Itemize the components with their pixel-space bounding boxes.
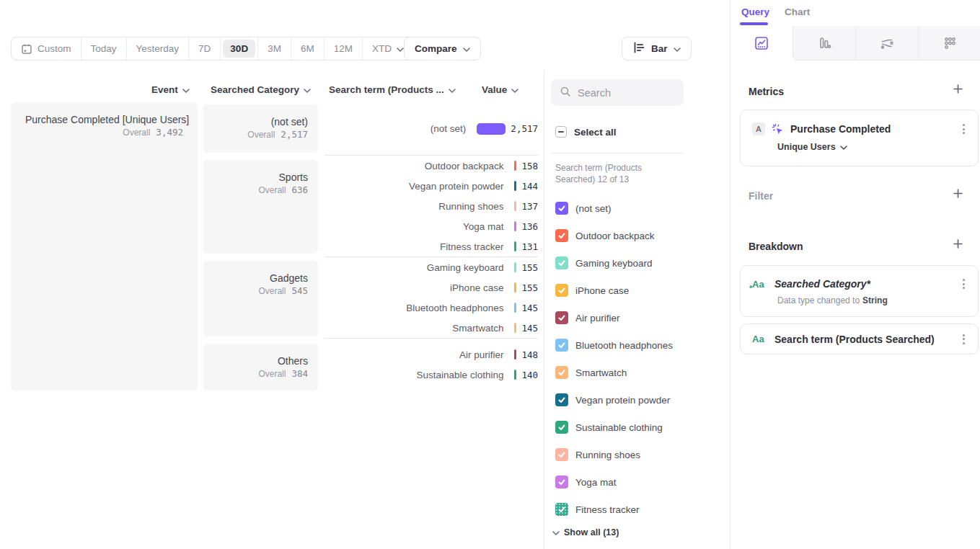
legend-item[interactable]: (not set) — [551, 195, 728, 222]
event-spark-icon — [772, 123, 784, 135]
legend-item[interactable]: Gaming keyboard — [551, 249, 728, 277]
flows-icon — [879, 35, 895, 51]
add-filter-button[interactable] — [950, 187, 966, 202]
category-cell[interactable]: OthersOverall384 — [203, 344, 318, 390]
show-all-button[interactable]: Show all (13) — [552, 527, 619, 537]
term-row[interactable]: Running shoes137 — [325, 196, 538, 216]
event-cell[interactable]: Purchase Completed [Unique Users] Overal… — [11, 102, 198, 390]
legend-item[interactable]: iPhone case — [551, 277, 728, 304]
term-value: 2,517 — [511, 123, 538, 134]
legend-item[interactable]: Air purifier — [551, 304, 728, 331]
term-value: 144 — [521, 181, 538, 192]
term-row[interactable]: Sustainable clothing140 — [325, 365, 538, 385]
breakdown-card-search-term[interactable]: Aa Search term (Products Searched) — [740, 323, 979, 354]
category-cell[interactable]: SportsOverall636 — [203, 160, 318, 254]
legend-item[interactable]: Yoga mat — [551, 468, 728, 496]
checkbox-indeterminate[interactable] — [555, 126, 567, 138]
select-all-control[interactable]: Select all — [555, 126, 617, 138]
search-icon — [560, 86, 571, 100]
date-range-6m[interactable]: 6M — [291, 37, 324, 60]
term-row[interactable]: iPhone case155 — [325, 277, 538, 298]
metric-card[interactable]: A Purchase Completed Unique Users — [740, 110, 979, 166]
column-header-event[interactable]: Event — [151, 84, 190, 95]
date-range-yesterday[interactable]: Yesterday — [126, 37, 189, 60]
chevron-down-icon — [674, 43, 681, 54]
legend-item[interactable]: Outdoor backpack — [551, 222, 728, 249]
active-tab-underline — [740, 22, 768, 25]
term-row[interactable]: Bluetooth headphones145 — [325, 298, 538, 318]
overall-label: Overall — [258, 286, 286, 296]
term-row[interactable]: (not set)2,517 — [325, 102, 538, 155]
date-range-3m[interactable]: 3M — [257, 37, 291, 60]
legend-item[interactable]: Smartwatch — [551, 359, 728, 386]
term-row[interactable]: Yoga mat136 — [325, 216, 538, 236]
legend-item[interactable]: Vegan protein powder — [551, 386, 728, 414]
legend-items: (not set)Outdoor backpackGaming keyboard… — [551, 195, 728, 523]
term-row[interactable]: Vegan protein powder144 — [325, 176, 538, 196]
term-label: Gaming keyboard — [325, 262, 514, 273]
checkbox-checked[interactable] — [555, 393, 568, 406]
legend-search-box[interactable] — [551, 79, 684, 106]
retention-dots-icon — [942, 35, 958, 51]
overall-label: Overall — [247, 130, 275, 140]
report-tab-funnels-bars[interactable] — [793, 26, 855, 61]
checkbox-checked[interactable] — [555, 476, 568, 488]
chevron-down-icon — [397, 43, 404, 54]
report-tab-flows[interactable] — [855, 26, 918, 61]
breakdown-options-kebab-icon[interactable] — [960, 276, 968, 292]
term-row[interactable]: Outdoor backpack158 — [325, 156, 538, 176]
breakdown-card-searched-category[interactable]: Aa* Searched Category* Data type changed… — [740, 265, 979, 317]
tab-chart[interactable]: Chart — [785, 6, 810, 17]
term-row[interactable]: Air purifier148 — [325, 344, 538, 365]
chart-type-button[interactable]: Bar — [622, 37, 692, 61]
measure-selector[interactable]: Unique Users — [777, 142, 847, 152]
value-bar — [514, 349, 516, 360]
report-tab-retention-dots[interactable] — [918, 26, 980, 61]
overall-value: 636 — [291, 184, 308, 195]
term-group: (not set)2,517 — [325, 102, 538, 156]
column-header-searched-category[interactable]: Searched Category — [211, 84, 311, 95]
date-range-30d[interactable]: 30D — [220, 37, 257, 60]
checkbox-checked[interactable] — [555, 311, 568, 324]
horizontal-bar-chart-icon — [632, 41, 645, 56]
add-breakdown-button[interactable] — [950, 237, 966, 253]
category-cell[interactable]: GadgetsOverall545 — [203, 261, 318, 336]
checkbox-checked[interactable] — [555, 256, 568, 269]
checkbox-checked[interactable] — [555, 229, 568, 242]
funnels-bars-icon — [816, 35, 832, 51]
term-row[interactable]: Smartwatch145 — [325, 318, 538, 338]
checkbox-checked[interactable] — [555, 448, 568, 461]
checkbox-checked[interactable] — [555, 284, 568, 297]
search-input[interactable] — [578, 87, 671, 99]
add-metric-button[interactable] — [950, 82, 966, 98]
show-all-label: Show all (13) — [564, 527, 619, 537]
compare-button[interactable]: Compare — [404, 37, 481, 61]
date-range-7d[interactable]: 7D — [188, 37, 220, 60]
term-row[interactable]: Gaming keyboard155 — [325, 257, 538, 277]
legend-panel: Select all Search term (Products Searche… — [544, 71, 730, 549]
metric-options-kebab-icon[interactable] — [960, 121, 968, 137]
column-header-value[interactable]: Value — [482, 84, 518, 95]
date-range-today[interactable]: Today — [81, 37, 126, 60]
date-range-custom[interactable]: Custom — [12, 37, 81, 60]
chart-type-label: Bar — [651, 43, 668, 54]
legend-item[interactable]: Bluetooth headphones — [551, 331, 728, 359]
checkbox-checked[interactable] — [555, 339, 568, 352]
date-range-12m[interactable]: 12M — [324, 37, 362, 60]
breakdown-options-kebab-icon[interactable] — [960, 331, 968, 347]
category-cell[interactable]: (not set)Overall2,517 — [203, 104, 318, 153]
legend-item[interactable]: Sustainable clothing — [551, 414, 728, 441]
tab-query[interactable]: Query — [741, 6, 769, 17]
checkbox-checked[interactable] — [555, 421, 568, 434]
legend-item[interactable]: Fitness tracker — [551, 496, 728, 523]
breakdown-name: Search term (Products Searched) — [774, 334, 953, 345]
checkbox-checked[interactable] — [555, 503, 568, 516]
report-tab-insights-chart[interactable] — [730, 26, 793, 61]
checkbox-checked[interactable] — [555, 366, 568, 379]
filter-section-title: Filter — [749, 190, 773, 202]
term-row[interactable]: Fitness tracker131 — [325, 236, 538, 256]
checkbox-checked[interactable] — [555, 202, 568, 215]
legend-item[interactable]: Running shoes — [551, 441, 728, 468]
breakdown-name: Searched Category* — [774, 278, 953, 290]
column-header-search-term[interactable]: Search term (Products ... — [329, 84, 456, 95]
